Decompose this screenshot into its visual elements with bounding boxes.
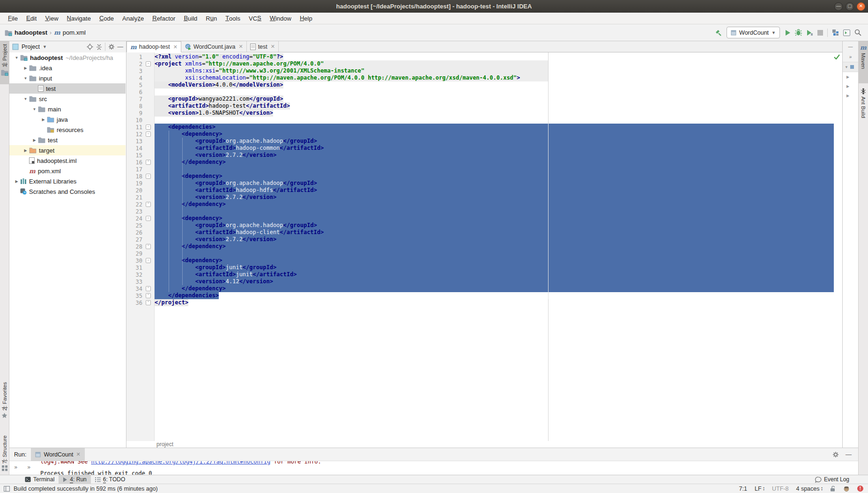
tree-row-main[interactable]: ▼main	[9, 104, 126, 114]
chevron-collapsed-icon[interactable]: ▶	[40, 118, 47, 122]
tree-row-hadooptest-iml[interactable]: hadooptest.iml	[9, 155, 126, 166]
line-number[interactable]: 24	[126, 215, 142, 222]
line-number[interactable]: 17	[126, 166, 142, 173]
tree-row-java[interactable]: ▶java	[9, 114, 126, 125]
toolwindow-button-6-todo[interactable]: 6: TODO	[91, 475, 130, 484]
code-line[interactable]: <artifactId>hadoop-test</artifactId>	[155, 103, 834, 110]
fold-start-icon[interactable]: −	[146, 125, 151, 130]
code-line[interactable]: <groupId>wangyao2221.com</groupId>	[155, 96, 834, 103]
code-line[interactable]	[155, 250, 834, 257]
fold-end-icon[interactable]: ^	[146, 160, 151, 165]
line-number[interactable]: 1	[126, 54, 142, 60]
console-link[interactable]: http://logging.apache.org/log4j/1.2/faq.…	[91, 461, 270, 465]
tree-row-test[interactable]: ▶test	[9, 135, 126, 145]
line-number[interactable]: 36	[126, 300, 142, 306]
code-line[interactable]: <artifactId>hadoop-hdfs</artifactId>	[155, 187, 834, 194]
chevron-down-icon[interactable]: ▼	[845, 65, 848, 69]
tree-row-src[interactable]: ▼src	[9, 94, 126, 104]
console-overflow-icon[interactable]: »	[27, 464, 30, 471]
code-line[interactable]: <version>2.7.2</version>	[155, 236, 834, 243]
line-number[interactable]: 16	[126, 159, 142, 166]
unlock-icon[interactable]	[830, 486, 836, 492]
code-line[interactable]: xsi:schemaLocation="http://maven.apache.…	[155, 74, 834, 81]
line-number[interactable]: 11	[126, 124, 142, 131]
stripe-button-ant-build[interactable]: Ant Build	[859, 85, 868, 135]
menu-item-view[interactable]: View	[41, 13, 62, 24]
tree-row-pom-xml[interactable]: mpom.xml	[9, 166, 126, 176]
fold-start-icon[interactable]: −	[146, 132, 151, 137]
inspection-profile-icon[interactable]	[843, 486, 850, 492]
code-line[interactable]	[155, 166, 834, 173]
line-number[interactable]: 20	[126, 187, 142, 194]
chevron-expanded-icon[interactable]: ▼	[31, 107, 38, 111]
code-line[interactable]: <version>4.12</version>	[155, 278, 834, 285]
menu-item-code[interactable]: Code	[95, 13, 118, 24]
chevron-collapsed-icon[interactable]: ▶	[13, 179, 20, 184]
code-line[interactable]: <version>2.7.2</version>	[155, 194, 834, 201]
line-number[interactable]: 18	[126, 173, 142, 180]
editor-tab-test[interactable]: test✕	[247, 41, 279, 52]
line-number[interactable]: 22	[126, 201, 142, 208]
code-line[interactable]: <artifactId>junit</artifactId>	[155, 271, 834, 278]
tree-row-test[interactable]: test	[9, 83, 126, 94]
stripe-button-1-project[interactable]: 1: Project	[0, 41, 9, 84]
line-number[interactable]: 31	[126, 265, 142, 271]
code-line[interactable]: <modelVersion>4.0.0</modelVersion>	[155, 81, 834, 88]
menu-item-help[interactable]: Help	[296, 13, 317, 24]
line-number[interactable]: 3	[126, 68, 142, 74]
menu-item-refactor[interactable]: Refactor	[148, 13, 179, 24]
overflow-chevron-icon[interactable]: »	[849, 54, 852, 59]
code-line[interactable]: <dependency>	[155, 173, 834, 180]
code-line[interactable]: <artifactId>hadoop-client</artifactId>	[155, 229, 834, 236]
line-number[interactable]: 9	[126, 110, 142, 117]
project-structure-icon[interactable]	[832, 29, 839, 36]
code-line[interactable]: <dependencies>	[155, 124, 834, 131]
code-line[interactable]: </dependencies>	[155, 292, 834, 299]
close-icon[interactable]: ✕	[238, 44, 243, 50]
code-line[interactable]: xmlns:xsi="http://www.w3.org/2001/XMLSch…	[155, 67, 834, 74]
tree-row-resources[interactable]: resources	[9, 125, 126, 135]
error-indicator-icon[interactable]: !	[857, 486, 863, 492]
gear-icon[interactable]	[832, 451, 839, 458]
maven-refresh-icon[interactable]	[850, 65, 854, 69]
tree-row-hadooptest[interactable]: ▼hadooptest~/IdeaProjects/ha	[9, 52, 126, 63]
chevron-expanded-icon[interactable]: ▼	[22, 76, 29, 81]
menu-item-edit[interactable]: Edit	[22, 13, 41, 24]
line-number[interactable]: 28	[126, 243, 142, 250]
line-number[interactable]: 35	[126, 293, 142, 299]
code-line[interactable]: </dependency>	[155, 285, 834, 292]
line-number[interactable]: 29	[126, 250, 142, 257]
code-line[interactable]	[155, 88, 834, 96]
menu-item-navigate[interactable]: Navigate	[63, 13, 95, 24]
fold-end-icon[interactable]: ^	[146, 293, 151, 298]
line-number[interactable]: 13	[126, 138, 142, 145]
indent-selector[interactable]: 4 spaces ▴▾	[796, 486, 823, 492]
toolwindow-button-4-run[interactable]: 4: Run	[59, 475, 90, 484]
fold-end-icon[interactable]: ^	[146, 244, 151, 249]
line-number[interactable]: 6	[126, 89, 142, 96]
hide-panel-icon[interactable]: —	[846, 451, 852, 458]
minimize-button[interactable]: —	[834, 2, 843, 11]
tree-row-target[interactable]: ▶target	[9, 145, 126, 155]
code-line[interactable]: <dependency>	[155, 131, 834, 138]
line-ending-selector[interactable]: LF ▴▾	[755, 486, 764, 492]
line-number[interactable]: 19	[126, 180, 142, 187]
menu-item-file[interactable]: File	[4, 13, 22, 24]
tree-row-external-libraries[interactable]: ▶External Libraries	[9, 176, 126, 186]
debug-icon[interactable]	[795, 29, 802, 36]
run-tab-wordcount[interactable]: WordCount ✕	[31, 448, 84, 461]
code-line[interactable]: <?xml version="1.0" encoding="UTF-8"?>	[155, 53, 834, 60]
fold-end-icon[interactable]: ^	[146, 300, 151, 305]
tree-row-input[interactable]: ▼input	[9, 73, 126, 83]
line-number[interactable]: 5	[126, 82, 142, 88]
fold-start-icon[interactable]: −	[146, 216, 151, 221]
hide-panel-icon[interactable]: —	[118, 44, 124, 50]
fold-start-icon[interactable]: −	[146, 61, 151, 66]
close-icon[interactable]: ✕	[76, 451, 80, 457]
line-number[interactable]: 15	[126, 152, 142, 159]
code-line[interactable]: <dependency>	[155, 215, 834, 222]
line-number[interactable]: 21	[126, 194, 142, 201]
line-number[interactable]: 23	[126, 208, 142, 215]
editor-tab-hadoop-test[interactable]: mhadoop-test✕	[126, 41, 181, 52]
run-configuration-select[interactable]: WordCount ▼	[727, 27, 780, 38]
